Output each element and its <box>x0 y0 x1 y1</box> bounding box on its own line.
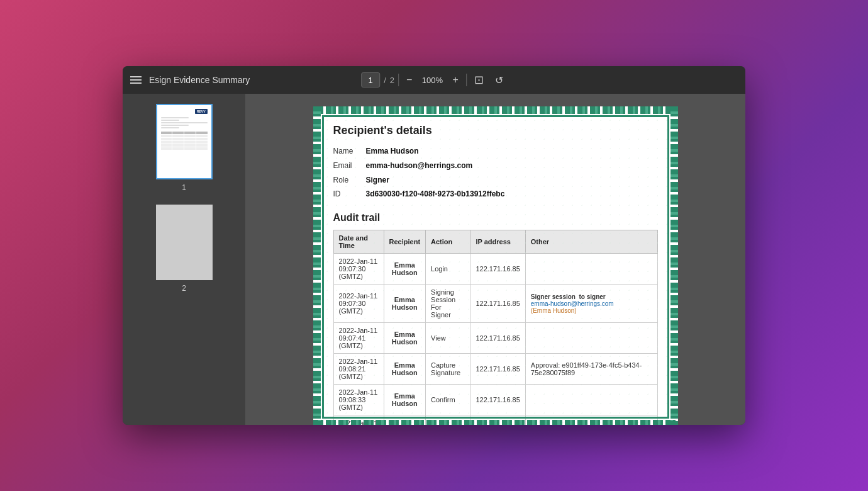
menu-icon[interactable] <box>130 76 142 84</box>
cell-other-6 <box>525 415 657 425</box>
cell-ip-1: 122.171.16.85 <box>470 254 525 285</box>
doc-page: Recipient's details Name Email Role ID E… <box>313 106 678 425</box>
table-header-row: Date and Time Recipient Action IP addres… <box>333 230 657 254</box>
thumb-line-4 <box>161 125 189 126</box>
thumb-line-5 <box>161 127 180 128</box>
cell-action-4: CaptureSignature <box>426 354 470 385</box>
cell-datetime-2: 2022-Jan-1109:07:30(GMTZ) <box>333 285 384 323</box>
col-ip: IP address <box>470 230 525 254</box>
cell-ip-5: 122.171.16.85 <box>470 385 525 415</box>
email-value: emma-hudson@herrings.com <box>366 161 505 171</box>
cell-action-3: View <box>426 323 470 354</box>
cell-other-2: Signer session to signer emma-hudson@her… <box>525 285 657 323</box>
cell-datetime-3: 2022-Jan-1109:07:41(GMTZ) <box>333 323 384 354</box>
zoom-level: 100% <box>420 76 445 85</box>
audit-table: Date and Time Recipient Action IP addres… <box>333 230 658 425</box>
cell-recipient-2: EmmaHudson <box>384 285 426 323</box>
rotate-button[interactable]: ↺ <box>491 72 507 89</box>
app-window: Esign Evidence Summary / 2 − 100% + ⊡ ↺ … <box>123 66 745 425</box>
page-separator: / <box>384 76 386 85</box>
thumb-image-2 <box>156 205 213 280</box>
cell-recipient-4: EmmaHudson <box>384 354 426 385</box>
signer-name-paren: (Emma Hudson) <box>531 307 577 314</box>
sidebar: REVV 1 <box>123 94 245 425</box>
role-value: Signer <box>366 175 505 186</box>
table-row: 2022-Jan-1109:08:35(GMTZ) EmmaHudson Vie… <box>333 415 657 425</box>
cell-other-1 <box>525 254 657 285</box>
cell-datetime-4: 2022-Jan-1109:08:21(GMTZ) <box>333 354 384 385</box>
signer-session-text: Signer session to signer <box>531 293 606 300</box>
table-row: 2022-Jan-1109:08:33(GMTZ) EmmaHudson Con… <box>333 385 657 415</box>
name-value: Emma Hudson <box>366 146 505 157</box>
audit-title: Audit trail <box>333 212 658 223</box>
divider1 <box>398 74 399 86</box>
table-row: 2022-Jan-1109:07:30(GMTZ) EmmaHudson Sig… <box>333 285 657 323</box>
cell-action-2: SigningSession ForSigner <box>426 285 470 323</box>
section-title: Recipient's details <box>333 124 658 137</box>
cell-ip-2: 122.171.16.85 <box>470 285 525 323</box>
cell-other-4: Approval: e901ff49-173e-4fc5-b434-75e280… <box>525 354 657 385</box>
cell-ip-4: 122.171.16.85 <box>470 354 525 385</box>
thumb-line-3 <box>161 122 208 123</box>
cell-other-3 <box>525 323 657 354</box>
signer-email: emma-hudson@herrings.com <box>531 300 614 307</box>
document-viewer[interactable]: Recipient's details Name Email Role ID E… <box>245 94 745 425</box>
revv-logo-text: REVV <box>195 109 208 114</box>
thumb-label-1: 1 <box>182 183 186 192</box>
cell-action-1: Login <box>426 254 470 285</box>
zoom-out-button[interactable]: − <box>403 72 416 88</box>
thumb-image-1: REVV <box>156 104 213 179</box>
page-number-input[interactable] <box>361 72 380 87</box>
thumb-line-1 <box>161 117 189 118</box>
toolbar: Esign Evidence Summary / 2 − 100% + ⊡ ↺ <box>123 66 745 94</box>
name-label: Name <box>333 146 353 157</box>
thumb-label-2: 2 <box>182 284 186 293</box>
main-content: REVV 1 <box>123 94 745 425</box>
cell-action-5: Confirm <box>426 385 470 415</box>
detail-values: Emma Hudson emma-hudson@herrings.com Sig… <box>366 146 505 200</box>
cell-action-6: View <box>426 415 470 425</box>
divider2 <box>466 74 467 86</box>
col-datetime: Date and Time <box>333 230 384 254</box>
page-thumb-1[interactable]: REVV 1 <box>156 104 213 192</box>
thumb-logo: REVV <box>161 109 208 114</box>
thumb-table <box>161 132 208 150</box>
role-label: Role <box>333 175 353 186</box>
table-row: 2022-Jan-1109:07:41(GMTZ) EmmaHudson Vie… <box>333 323 657 354</box>
cell-recipient-5: EmmaHudson <box>384 385 426 415</box>
cell-datetime-1: 2022-Jan-1109:07:30(GMTZ) <box>333 254 384 285</box>
table-row: 2022-Jan-1109:07:30(GMTZ) EmmaHudson Log… <box>333 254 657 285</box>
cell-datetime-6: 2022-Jan-1109:08:35(GMTZ) <box>333 415 384 425</box>
cell-recipient-3: EmmaHudson <box>384 323 426 354</box>
id-label: ID <box>333 189 353 200</box>
zoom-in-button[interactable]: + <box>448 72 462 88</box>
thumb-line-2 <box>161 120 180 121</box>
cell-other-5 <box>525 385 657 415</box>
cell-ip-3: 122.171.16.85 <box>470 323 525 354</box>
table-row: 2022-Jan-1109:08:21(GMTZ) EmmaHudson Cap… <box>333 354 657 385</box>
cell-ip-6: 122.171.16.85 <box>470 415 525 425</box>
email-label: Email <box>333 161 353 171</box>
col-action: Action <box>426 230 470 254</box>
cell-datetime-5: 2022-Jan-1109:08:33(GMTZ) <box>333 385 384 415</box>
page-total: 2 <box>390 76 394 85</box>
cell-recipient-6: EmmaHudson <box>384 415 426 425</box>
recipient-details: Name Email Role ID Emma Hudson emma-huds… <box>333 146 658 200</box>
page-thumb-2[interactable]: 2 <box>156 205 213 293</box>
detail-labels: Name Email Role ID <box>333 146 353 200</box>
col-other: Other <box>525 230 657 254</box>
other-highlight: Signer session to signer emma-hudson@her… <box>531 293 652 314</box>
cell-recipient-1: EmmaHudson <box>384 254 426 285</box>
doc-content: Recipient's details Name Email Role ID E… <box>313 106 678 425</box>
fit-button[interactable]: ⊡ <box>470 71 487 89</box>
col-recipient: Recipient <box>384 230 426 254</box>
id-value: 3d630030-f120-408f-9273-0b13912ffebc <box>366 189 505 200</box>
